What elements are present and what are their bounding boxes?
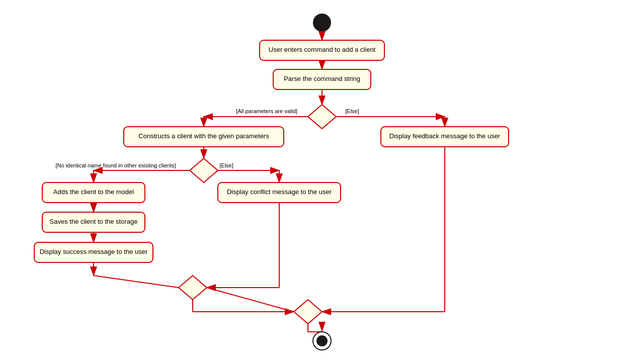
line-success-to-merge1: [94, 276, 179, 288]
guard-no-dup: [No identical name found in other existi…: [55, 162, 176, 168]
display-success-text: Display success message to the user: [40, 248, 148, 255]
guard-dup-else: [Else]: [219, 162, 233, 168]
guard-params-else: [Else]: [345, 108, 359, 114]
diamond-params: [308, 105, 336, 129]
line-merge1-to-merge2: [207, 288, 294, 312]
start-node: [313, 14, 331, 32]
user-command-text: User enters command to add a client: [269, 46, 376, 53]
construct-client-text: Constructs a client with the given param…: [138, 132, 269, 140]
end-node-inner: [316, 335, 328, 346]
save-storage-text: Saves the client to the storage: [50, 218, 138, 225]
diagram-container: User enters command to add a client Pars…: [0, 0, 644, 362]
diamond-merge1: [179, 276, 207, 300]
display-conflict-text: Display conflict message to the user: [227, 188, 332, 196]
guard-params-valid: [All parameters are valid]: [236, 108, 297, 114]
diamond-name: [190, 158, 218, 183]
diamond-merge2: [294, 300, 322, 324]
add-model-text: Adds the client to the model: [53, 188, 134, 196]
parse-command-text: Parse the command string: [284, 75, 360, 82]
display-feedback-text: Display feedback message to the user: [389, 132, 501, 140]
